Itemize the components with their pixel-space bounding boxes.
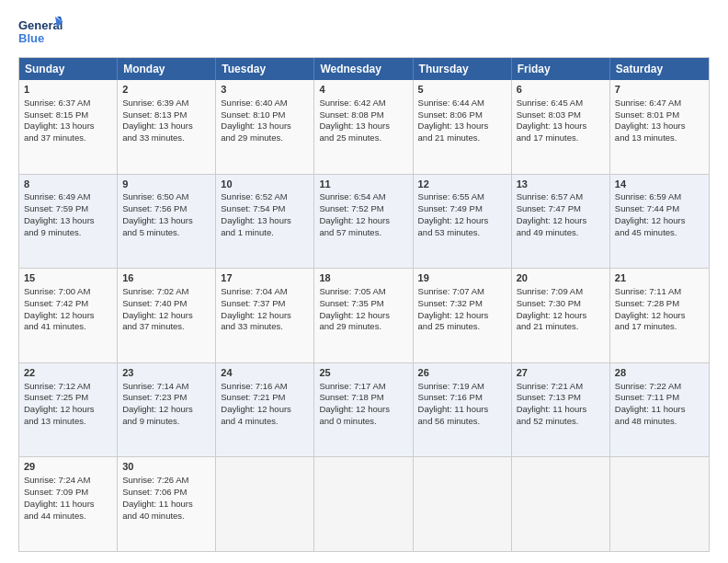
calendar-cell: 18 Sunrise: 7:05 AM Sunset: 7:35 PM Dayl…	[314, 269, 413, 362]
sunset-line: Sunset: 7:25 PM	[24, 392, 88, 402]
daylight-line1: Daylight: 12 hours	[418, 310, 489, 320]
sunset-line: Sunset: 7:52 PM	[319, 203, 383, 213]
daylight-line1: Daylight: 12 hours	[319, 215, 390, 225]
calendar-cell	[216, 457, 314, 551]
calendar: SundayMondayTuesdayWednesdayThursdayFrid…	[18, 57, 710, 552]
daylight-line1: Daylight: 12 hours	[517, 215, 587, 225]
sunrise-line: Sunrise: 7:07 AM	[418, 286, 484, 296]
calendar-cell: 14 Sunrise: 6:59 AM Sunset: 7:44 PM Dayl…	[610, 175, 709, 269]
sunrise-line: Sunrise: 6:59 AM	[615, 191, 681, 201]
calendar-cell: 22 Sunrise: 7:12 AM Sunset: 7:25 PM Dayl…	[19, 363, 118, 457]
sunset-line: Sunset: 7:37 PM	[221, 298, 285, 308]
sunset-line: Sunset: 8:10 PM	[221, 109, 285, 120]
daylight-line2: and 33 minutes.	[221, 321, 283, 331]
sunset-line: Sunset: 8:15 PM	[24, 109, 88, 120]
day-number: 17	[221, 271, 309, 285]
sunrise-line: Sunrise: 7:17 AM	[319, 381, 385, 391]
daylight-line1: Daylight: 12 hours	[418, 215, 489, 225]
daylight-line2: and 13 minutes.	[615, 132, 677, 143]
sunrise-line: Sunrise: 6:45 AM	[517, 98, 583, 108]
daylight-line2: and 29 minutes.	[319, 321, 381, 331]
day-number: 24	[221, 366, 309, 380]
sunrise-line: Sunrise: 6:50 AM	[122, 191, 188, 201]
sunrise-line: Sunrise: 7:16 AM	[221, 381, 287, 391]
calendar-day-header: Wednesday	[314, 58, 413, 80]
sunrise-line: Sunrise: 6:52 AM	[221, 191, 287, 201]
calendar-day-header: Monday	[118, 58, 216, 80]
day-number: 27	[517, 366, 605, 380]
calendar-day-header: Saturday	[610, 58, 709, 80]
calendar-cell: 29 Sunrise: 7:24 AM Sunset: 7:09 PM Dayl…	[19, 457, 118, 551]
sunset-line: Sunset: 8:01 PM	[615, 109, 679, 120]
daylight-line2: and 56 minutes.	[418, 416, 481, 426]
calendar-day-header: Friday	[512, 58, 610, 80]
calendar-day-header: Tuesday	[216, 58, 314, 80]
daylight-line1: Daylight: 11 hours	[517, 404, 587, 414]
daylight-line1: Daylight: 12 hours	[615, 215, 686, 225]
daylight-line2: and 17 minutes.	[615, 321, 677, 331]
daylight-line1: Daylight: 11 hours	[122, 499, 193, 509]
calendar-cell: 15 Sunrise: 7:00 AM Sunset: 7:42 PM Dayl…	[19, 269, 118, 362]
daylight-line1: Daylight: 12 hours	[24, 404, 95, 414]
sunset-line: Sunset: 8:08 PM	[319, 109, 383, 120]
sunset-line: Sunset: 7:49 PM	[418, 203, 483, 213]
calendar-day-header: Thursday	[414, 58, 512, 80]
calendar-week-row: 15 Sunrise: 7:00 AM Sunset: 7:42 PM Dayl…	[19, 269, 709, 363]
daylight-line2: and 37 minutes.	[122, 321, 185, 331]
page-header: General Blue	[18, 15, 710, 48]
sunset-line: Sunset: 7:40 PM	[122, 298, 187, 308]
day-number: 23	[122, 366, 210, 380]
logo: General Blue	[18, 15, 63, 48]
calendar-cell: 27 Sunrise: 7:21 AM Sunset: 7:13 PM Dayl…	[512, 363, 610, 457]
sunrise-line: Sunrise: 6:42 AM	[319, 98, 385, 108]
sunrise-line: Sunrise: 7:22 AM	[615, 381, 681, 391]
daylight-line2: and 17 minutes.	[517, 132, 579, 143]
calendar-body: 1 Sunrise: 6:37 AM Sunset: 8:15 PM Dayli…	[19, 80, 709, 551]
calendar-cell: 2 Sunrise: 6:39 AM Sunset: 8:13 PM Dayli…	[118, 80, 216, 174]
sunrise-line: Sunrise: 7:12 AM	[24, 381, 90, 391]
calendar-cell	[414, 457, 512, 551]
sunrise-line: Sunrise: 7:09 AM	[517, 286, 583, 296]
sunrise-line: Sunrise: 7:26 AM	[122, 475, 188, 485]
sunrise-line: Sunrise: 6:37 AM	[24, 98, 90, 108]
day-number: 6	[517, 83, 605, 97]
sunrise-line: Sunrise: 6:39 AM	[122, 98, 188, 108]
sunrise-line: Sunrise: 6:57 AM	[517, 191, 583, 201]
daylight-line2: and 1 minute.	[221, 227, 274, 237]
sunrise-line: Sunrise: 7:24 AM	[24, 475, 90, 485]
sunrise-line: Sunrise: 6:40 AM	[221, 98, 287, 108]
day-number: 25	[319, 366, 407, 380]
day-number: 20	[517, 271, 605, 285]
daylight-line2: and 44 minutes.	[24, 511, 86, 521]
daylight-line1: Daylight: 11 hours	[418, 404, 489, 414]
sunrise-line: Sunrise: 6:47 AM	[615, 98, 681, 108]
daylight-line2: and 33 minutes.	[122, 132, 185, 143]
calendar-cell: 20 Sunrise: 7:09 AM Sunset: 7:30 PM Dayl…	[512, 269, 610, 362]
daylight-line2: and 29 minutes.	[221, 132, 283, 143]
calendar-cell: 3 Sunrise: 6:40 AM Sunset: 8:10 PM Dayli…	[216, 80, 314, 174]
calendar-week-row: 29 Sunrise: 7:24 AM Sunset: 7:09 PM Dayl…	[19, 457, 709, 551]
daylight-line2: and 25 minutes.	[418, 321, 481, 331]
calendar-cell: 4 Sunrise: 6:42 AM Sunset: 8:08 PM Dayli…	[314, 80, 413, 174]
calendar-cell: 19 Sunrise: 7:07 AM Sunset: 7:32 PM Dayl…	[414, 269, 512, 362]
sunset-line: Sunset: 7:18 PM	[319, 392, 383, 402]
sunset-line: Sunset: 7:06 PM	[122, 487, 187, 497]
daylight-line1: Daylight: 13 hours	[221, 121, 291, 131]
daylight-line2: and 9 minutes.	[24, 227, 81, 237]
daylight-line2: and 25 minutes.	[319, 132, 381, 143]
day-number: 16	[122, 271, 210, 285]
sunset-line: Sunset: 8:03 PM	[517, 109, 581, 120]
calendar-cell: 23 Sunrise: 7:14 AM Sunset: 7:23 PM Dayl…	[118, 363, 216, 457]
day-number: 4	[319, 83, 407, 97]
day-number: 21	[615, 271, 704, 285]
calendar-cell: 17 Sunrise: 7:04 AM Sunset: 7:37 PM Dayl…	[216, 269, 314, 362]
daylight-line1: Daylight: 12 hours	[319, 404, 390, 414]
calendar-cell: 13 Sunrise: 6:57 AM Sunset: 7:47 PM Dayl…	[512, 175, 610, 269]
calendar-cell: 6 Sunrise: 6:45 AM Sunset: 8:03 PM Dayli…	[512, 80, 610, 174]
sunset-line: Sunset: 7:21 PM	[221, 392, 285, 402]
calendar-header: SundayMondayTuesdayWednesdayThursdayFrid…	[19, 58, 709, 80]
sunset-line: Sunset: 7:42 PM	[24, 298, 88, 308]
daylight-line1: Daylight: 13 hours	[615, 121, 686, 131]
calendar-cell: 11 Sunrise: 6:54 AM Sunset: 7:52 PM Dayl…	[314, 175, 413, 269]
sunset-line: Sunset: 7:59 PM	[24, 203, 88, 213]
